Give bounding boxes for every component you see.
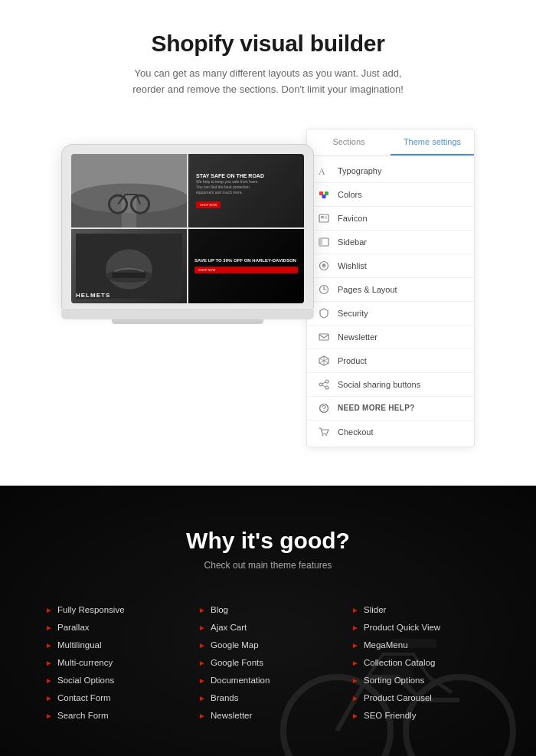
page-subtitle: You can get as many different layouts as… (123, 66, 413, 98)
wishlist-svg (319, 260, 329, 271)
bottom-title: Why it's good? (31, 528, 505, 554)
banner-button-2[interactable]: SHOP NOW (194, 267, 298, 273)
banner-text-1: STAY SAFE ON THE ROAD (196, 172, 264, 179)
panel-item-security[interactable]: Security (307, 302, 474, 326)
feature-label: Parallax (57, 619, 90, 637)
road-svg (71, 154, 187, 228)
feature-blog: ► Blog (199, 601, 337, 619)
social-sharing-icon (318, 378, 330, 391)
favicon-label: Favicon (338, 214, 368, 223)
panel-tabs: Sections Theme settings (307, 129, 474, 156)
panel-item-social-sharing[interactable]: Social sharing buttons (307, 373, 474, 397)
help-label: NEED MORE HELP? (338, 404, 415, 412)
bullet-icon: ► (199, 677, 205, 683)
panel-item-newsletter[interactable]: Newsletter (307, 326, 474, 349)
wishlist-icon (318, 260, 330, 272)
bullet-icon: ► (46, 624, 52, 630)
tab-theme-settings[interactable]: Theme settings (391, 129, 474, 155)
svg-rect-19 (319, 238, 322, 246)
help-icon (318, 402, 330, 414)
pages-layout-label: Pages & Layout (338, 285, 397, 294)
svg-point-35 (323, 410, 324, 411)
features-col-3: ► Slider ► Product Quick View ► MegaMenu… (352, 601, 490, 725)
panel-item-colors[interactable]: Colors (307, 183, 474, 207)
helmets-label: HELMETS (76, 292, 110, 299)
banner-text-2: SAVE UP TO 30% OFF ON HARLEY-DAVIDSON (194, 258, 298, 264)
feature-fully-responsive: ► Fully Responsive (46, 601, 184, 619)
feature-seo-friendly: ► SEO Friendly (352, 707, 490, 725)
panel-item-sidebar[interactable]: Sidebar (307, 231, 474, 254)
panel-item-wishlist[interactable]: Wishlist (307, 254, 474, 278)
sidebar-icon (318, 236, 330, 248)
feature-contact-form: ► Contact Form (46, 689, 184, 707)
bottom-content: Why it's good? Check out main theme feat… (31, 528, 505, 725)
social-sharing-svg (319, 379, 329, 390)
feature-slider: ► Slider (352, 601, 490, 619)
panel-item-product[interactable]: Product (307, 349, 474, 373)
security-icon (318, 307, 330, 319)
feature-label: SEO Friendly (364, 707, 416, 725)
panel-item-typography[interactable]: A Typography (307, 159, 474, 183)
tab-sections[interactable]: Sections (307, 129, 391, 155)
bullet-icon: ► (199, 712, 205, 718)
bullet-icon: ► (46, 695, 52, 701)
features-col-1: ► Fully Responsive ► Parallax ► Multilin… (46, 601, 184, 725)
feature-label: Fully Responsive (57, 601, 125, 619)
svg-line-31 (322, 382, 325, 384)
panel-items: A Typography Colors (307, 156, 474, 447)
typography-label: Typography (338, 166, 381, 175)
svg-rect-14 (319, 214, 328, 222)
bullet-icon: ► (46, 642, 52, 648)
bullet-icon: ► (199, 624, 205, 630)
colors-svg (319, 189, 329, 200)
bullet-icon: ► (352, 695, 358, 701)
checkout-label: Checkout (338, 427, 373, 437)
panel-item-help[interactable]: NEED MORE HELP? (307, 397, 474, 421)
screen-panel-top-right: STAY SAFE ON THE ROAD We help to keep yo… (188, 154, 304, 228)
svg-rect-13 (322, 195, 326, 198)
feature-label: Multilingual (57, 637, 102, 654)
feature-multi-currency: ► Multi-currency (46, 654, 184, 672)
bullet-icon: ► (46, 607, 52, 613)
feature-search-form: ► Search Form (46, 707, 184, 725)
feature-collection-catalog: ► Collection Catalog (352, 654, 490, 672)
feature-label: Newsletter (211, 707, 252, 725)
feature-label: Contact Form (57, 689, 111, 707)
social-sharing-label: Social sharing buttons (338, 380, 420, 389)
feature-megamenu: ► MegaMenu (352, 637, 490, 654)
newsletter-icon (318, 331, 330, 343)
feature-documentation: ► Documentation (199, 672, 337, 689)
svg-text:A: A (319, 166, 325, 176)
bullet-icon: ► (46, 659, 52, 666)
laptop-screen: STAY SAFE ON THE ROAD We help to keep yo… (71, 154, 304, 303)
bullet-icon: ► (46, 677, 52, 683)
panel-item-pages-layout[interactable]: Pages & Layout (307, 278, 474, 302)
feature-label: Brands (211, 689, 238, 707)
panel-item-favicon[interactable]: Favicon (307, 207, 474, 231)
feature-label: Product Quick View (364, 619, 440, 637)
typography-svg: A (319, 165, 329, 176)
feature-social-options: ► Social Options (46, 672, 184, 689)
feature-label: Social Options (57, 672, 114, 689)
feature-multilingual: ► Multilingual (46, 637, 184, 654)
bullet-icon: ► (199, 659, 205, 666)
laptop-mockup: STAY SAFE ON THE ROAD We help to keep yo… (61, 144, 314, 324)
feature-label: Product Carousel (364, 689, 432, 707)
feature-label: Google Fonts (211, 654, 263, 672)
pages-layout-icon (318, 283, 330, 296)
feature-label: Ajax Cart (211, 619, 247, 637)
favicon-svg (319, 213, 329, 224)
laptop-foot (112, 319, 263, 324)
bullet-icon: ► (199, 642, 205, 648)
svg-point-36 (322, 434, 324, 436)
panel-item-checkout[interactable]: Checkout (307, 421, 474, 443)
bullet-icon: ► (352, 624, 358, 630)
newsletter-label: Newsletter (338, 332, 377, 342)
colors-label: Colors (338, 190, 362, 199)
help-svg (319, 403, 329, 414)
svg-rect-23 (319, 334, 328, 340)
feature-google-fonts: ► Google Fonts (199, 654, 337, 672)
feature-ajax-cart: ► Ajax Cart (199, 619, 337, 637)
feature-label: Search Form (57, 707, 108, 725)
banner-button-1[interactable]: SHOP NOW (196, 201, 221, 208)
